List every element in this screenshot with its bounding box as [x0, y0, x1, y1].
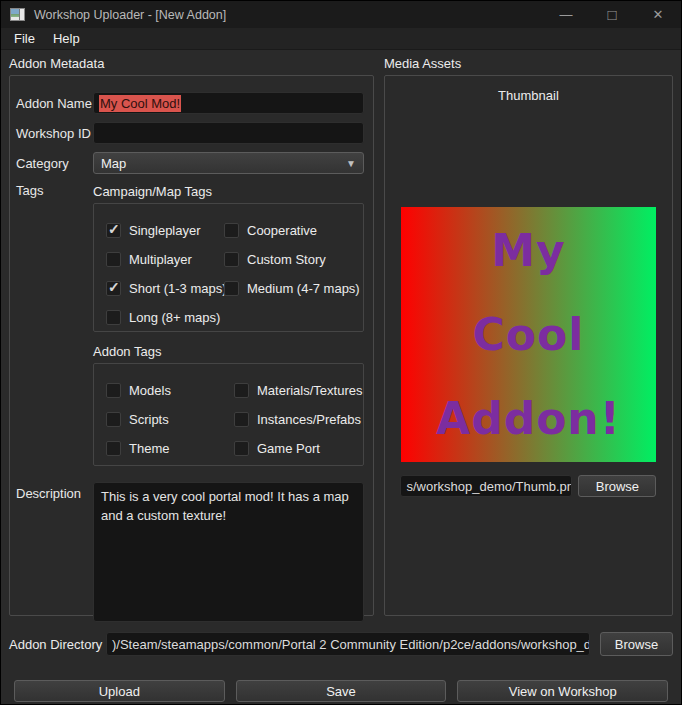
- media-assets-groupbox: Thumbnail My Cool Addon! s/workshop_demo…: [384, 75, 673, 616]
- tags-label: Tags: [16, 183, 93, 474]
- app-window: Workshop Uploader - [New Addon] — □ ✕ Fi…: [0, 0, 682, 705]
- checkbox-icon[interactable]: ✓: [106, 383, 121, 398]
- tag-checkbox-label: Singleplayer: [129, 223, 201, 238]
- title-bar[interactable]: Workshop Uploader - [New Addon] — □ ✕: [1, 1, 681, 28]
- thumbnail-path-input[interactable]: s/workshop_demo/Thumb.png: [400, 475, 572, 497]
- category-label: Category: [16, 152, 93, 174]
- addon-name-input[interactable]: My Cool Mod!: [93, 92, 364, 114]
- tag-checkbox-label: Game Port: [257, 441, 320, 456]
- tag-checkbox-item[interactable]: ✓ Medium (4-7 maps): [224, 281, 363, 296]
- addon-directory-row: Addon Directory )/Steam/steamapps/common…: [9, 632, 673, 656]
- app-icon: [10, 8, 25, 21]
- checkbox-icon[interactable]: ✓: [106, 223, 121, 238]
- tag-checkbox-item[interactable]: ✓ Instances/Prefabs: [234, 412, 363, 427]
- action-buttons-row: Upload Save View on Workshop: [9, 680, 673, 702]
- tag-checkbox-label: Custom Story: [247, 252, 326, 267]
- tag-checkbox-label: Medium (4-7 maps): [247, 281, 360, 296]
- category-value: Map: [101, 156, 126, 171]
- tag-checkbox-label: Multiplayer: [129, 252, 192, 267]
- window-title: Workshop Uploader - [New Addon]: [34, 8, 226, 22]
- tag-checkbox-item[interactable]: ✓ Singleplayer: [106, 223, 224, 238]
- tag-checkbox-label: Long (8+ maps): [129, 310, 220, 325]
- checkbox-icon[interactable]: ✓: [106, 310, 121, 325]
- addon-directory-browse-button[interactable]: Browse: [600, 632, 673, 656]
- tag-checkbox-item[interactable]: ✓ Short (1-3 maps): [106, 281, 224, 296]
- thumbnail-image: My Cool Addon!: [401, 207, 656, 462]
- tag-checkbox-item[interactable]: ✓ Game Port: [234, 441, 363, 456]
- addon-directory-value: )/Steam/steamapps/common/Portal 2 Commun…: [112, 637, 590, 652]
- thumbnail-browse-button[interactable]: Browse: [578, 475, 656, 497]
- tag-checkbox-item[interactable]: ✓ Materials/Textures: [234, 383, 363, 398]
- checkbox-icon[interactable]: ✓: [106, 281, 121, 296]
- thumbnail-path-value: s/workshop_demo/Thumb.png: [406, 479, 572, 494]
- tag-checkbox-item[interactable]: ✓ Multiplayer: [106, 252, 224, 267]
- checkbox-icon[interactable]: ✓: [106, 441, 121, 456]
- campaign-tags-title: Campaign/Map Tags: [93, 184, 364, 199]
- addon-name-label: Addon Name: [16, 92, 93, 114]
- action-button[interactable]: Upload: [14, 680, 225, 702]
- checkbox-icon[interactable]: ✓: [224, 223, 239, 238]
- addon-name-row: Addon Name My Cool Mod!: [16, 92, 364, 114]
- thumbnail-text-line: Addon!: [436, 377, 621, 461]
- addon-directory-input[interactable]: )/Steam/steamapps/common/Portal 2 Commun…: [106, 632, 590, 656]
- tag-checkbox-item[interactable]: ✓ Models: [106, 383, 234, 398]
- checkbox-icon[interactable]: ✓: [224, 252, 239, 267]
- tag-checkbox-label: Materials/Textures: [257, 383, 362, 398]
- addon-name-value: My Cool Mod!: [99, 95, 181, 112]
- description-textarea[interactable]: This is a very cool portal mod! It has a…: [93, 482, 364, 622]
- description-label: Description: [16, 482, 93, 622]
- tag-checkbox-item[interactable]: ✓ Theme: [106, 441, 234, 456]
- tag-checkbox-label: Models: [129, 383, 171, 398]
- tag-checkbox-item[interactable]: ✓ Cooperative: [224, 223, 363, 238]
- checkbox-icon[interactable]: ✓: [106, 412, 121, 427]
- campaign-tags-groupbox: ✓ Singleplayer ✓ Cooperative: [93, 203, 364, 332]
- addon-metadata-groupbox: Addon Name My Cool Mod! Workshop ID: [9, 75, 374, 616]
- chevron-down-icon: ▼: [346, 158, 356, 169]
- checkmark-icon: ✓: [108, 279, 120, 295]
- thumbnail-text-line: My: [491, 209, 565, 293]
- action-button[interactable]: View on Workshop: [457, 680, 668, 702]
- tag-checkbox-label: Cooperative: [247, 223, 317, 238]
- menu-bar: File Help: [1, 28, 681, 50]
- addon-directory-label: Addon Directory: [9, 637, 106, 652]
- checkbox-icon[interactable]: ✓: [106, 252, 121, 267]
- checkbox-icon[interactable]: ✓: [234, 441, 249, 456]
- checkbox-icon[interactable]: ✓: [224, 281, 239, 296]
- addon-tags-title: Addon Tags: [93, 344, 364, 359]
- tag-checkbox-label: Scripts: [129, 412, 169, 427]
- description-row: Description This is a very cool portal m…: [16, 482, 364, 622]
- minimize-button[interactable]: —: [543, 1, 589, 28]
- category-dropdown[interactable]: Map ▼: [93, 152, 364, 174]
- menu-item[interactable]: File: [5, 29, 44, 48]
- addon-tags-groupbox: ✓ Models ✓ Materials/Textures: [93, 363, 364, 466]
- tag-checkbox-label: Short (1-3 maps): [129, 281, 227, 296]
- tags-row: Tags Campaign/Map Tags ✓: [16, 183, 364, 474]
- tag-checkbox-label: Instances/Prefabs: [257, 412, 361, 427]
- tag-checkbox-label: Theme: [129, 441, 169, 456]
- tag-checkbox-item[interactable]: ✓ Custom Story: [224, 252, 363, 267]
- workshop-id-input[interactable]: [93, 122, 364, 144]
- checkbox-icon[interactable]: ✓: [234, 412, 249, 427]
- thumbnail-text-line: Cool: [473, 293, 585, 377]
- tag-checkbox-item[interactable]: ✓ Long (8+ maps): [106, 310, 224, 325]
- category-row: Category Map ▼: [16, 152, 364, 174]
- workshop-id-label: Workshop ID: [16, 122, 93, 144]
- media-assets-section-title: Media Assets: [384, 56, 673, 71]
- checkbox-icon[interactable]: ✓: [234, 383, 249, 398]
- close-button[interactable]: ✕: [635, 1, 681, 28]
- addon-metadata-section-title: Addon Metadata: [9, 56, 374, 71]
- maximize-button[interactable]: □: [589, 1, 635, 28]
- checkmark-icon: ✓: [108, 221, 120, 237]
- workshop-id-row: Workshop ID: [16, 122, 364, 144]
- menu-item[interactable]: Help: [44, 29, 89, 48]
- thumbnail-label: Thumbnail: [498, 88, 559, 103]
- tag-checkbox-item[interactable]: ✓ Scripts: [106, 412, 234, 427]
- action-button[interactable]: Save: [236, 680, 447, 702]
